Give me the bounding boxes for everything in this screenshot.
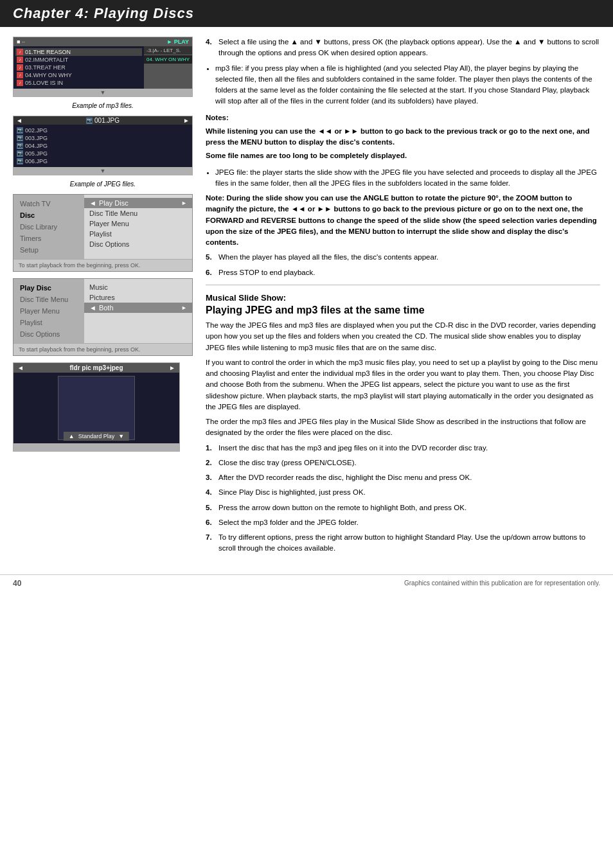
jpeg-file-item-1[interactable]: 📷 002.JPG [15,127,190,134]
jpeg-caption: Example of JPEG files. [13,181,193,188]
folder-scroll-up[interactable]: ▲ [69,433,75,439]
jpeg-filename-1: 002.JPG [25,127,48,134]
musical-step-4-num: 4. [206,487,215,498]
jpeg-header-file: 📷 001.JPG [86,117,120,124]
nav-item-watchtv[interactable]: Watch TV [13,198,84,209]
submenu2-music-label: Music [89,283,108,291]
submenu-playdisc-label: Play Disc [99,199,129,207]
musical-step-2-num: 2. [206,457,215,468]
step-6: 6. Press STOP to end playback. [206,267,600,278]
musical-para-2: If you want to control the order in whic… [206,357,600,412]
musical-step-3: 3. After the DVD recorder reads the disc… [206,472,600,483]
submenu2-pictures-label: Pictures [89,294,115,301]
mp3-filename-4: 04.WHY ON WHY [25,72,72,78]
musical-step-5-text: Press the arrow down button on the remot… [218,502,466,513]
jpeg-file-item-4[interactable]: 📷 005.JPG [15,150,190,157]
nav-item-disclibrary[interactable]: Disc Library [13,221,84,233]
nav-item-timers[interactable]: Timers [13,233,84,244]
music-file-icon-2: ♪ [17,57,23,63]
bullet-list-1: mp3 file: if you press play when a file … [215,63,600,107]
nav-menu-2-body: Play Disc Disc Title Menu Player Menu Pl… [13,279,192,343]
step-4-text: Select a file using the ▲ and ▼ buttons,… [218,37,600,59]
submenu2-both-label: Both [99,304,114,312]
submenu2-music[interactable]: Music [84,282,192,292]
jpeg-file-item-5[interactable]: 📷 006.JPG [15,157,190,165]
mp3-scroll-down[interactable]: ▼ [13,89,192,96]
folder-footer [13,443,179,451]
right-column: 4. Select a file using the ▲ and ▼ butto… [206,37,600,558]
jpeg-nav-right[interactable]: ► [183,117,190,124]
folder-scroll-down[interactable]: ▼ [118,433,124,439]
submenu-playdisc-arrow-right: ► [181,200,187,206]
mp3-file-list: ♪ 01.THE REASON ♪ 02.IMMORTALIT ♪ 03.TRE… [13,46,144,89]
folder-arrow-right[interactable]: ► [169,364,175,371]
jpeg-file-item-2[interactable]: 📷 003.JPG [15,134,190,142]
jpeg-filename-2: 003.JPG [25,135,48,141]
step-5: 5. When the player has played all the fi… [206,252,600,263]
jpeg-file-icon-3: 📷 [17,143,23,149]
mp3-play-button[interactable]: ► PLAY [166,39,189,45]
musical-step-1-text: Insert the disc that has the mp3 and jpe… [218,443,488,454]
musical-step-1-num: 1. [206,443,215,454]
folder-playoption: ▲ Standard Play ▼ [64,432,129,441]
bullet-1: mp3 file: if you press play when a file … [215,63,600,107]
jpeg-file-icon-5: 📷 [17,158,23,164]
music-file-icon-4: ♪ [17,72,23,78]
musical-step-2-text: Close the disc tray (press OPEN/CLOSE). [218,457,357,468]
page-number: 40 [13,579,21,588]
step-5-num: 5. [206,252,215,263]
nav2-item-playermenu[interactable]: Player Menu [13,305,84,317]
submenu2-both[interactable]: ◄ Both ► [84,303,192,313]
jpeg-nav-left[interactable]: ◄ [16,117,22,124]
submenu2-pictures[interactable]: Pictures [84,292,192,303]
jpeg-file-icon-4: 📷 [17,150,23,157]
jpeg-file-list: 📷 002.JPG 📷 003.JPG 📷 004.JPG 📷 005.JPG … [13,125,192,167]
musical-step-6-num: 6. [206,517,215,528]
musical-step-1: 1. Insert the disc that has the mp3 and … [206,443,600,454]
mp3-file-item-1[interactable]: ♪ 01.THE REASON [15,48,142,56]
submenu-discoptions-label: Disc Options [89,240,129,248]
mp3-filename-3: 03.TREAT HER [25,64,66,71]
folder-arrow-left[interactable]: ◄ [17,364,24,371]
note-3: Note: During the slide show you can use … [206,193,600,248]
footer-copyright: Graphics contained within this publicati… [404,580,600,587]
step-4-num: 4. [206,37,215,59]
jpeg-header: ◄ 📷 001.JPG ► [13,116,192,125]
submenu-disctitlemenu-label: Disc Title Menu [89,209,138,217]
submenu-playermenu[interactable]: Player Menu [84,218,192,229]
nav2-item-playlist[interactable]: Playlist [13,317,84,328]
musical-step-7-text: To try different options, press the righ… [218,532,600,554]
submenu-disctitlemenu[interactable]: Disc Title Menu [84,208,192,218]
mp3-file-item-3[interactable]: ♪ 03.TREAT HER [15,64,142,71]
nav-menu-1-footer: To start playback from the beginning, pr… [13,259,192,271]
page-footer: 40 Graphics contained within this public… [0,574,613,592]
jpeg-scroll-down[interactable]: ▼ [13,167,192,175]
step-6-num: 6. [206,267,215,278]
folder-play-option-label[interactable]: Standard Play [78,433,115,439]
jpeg-filename-4: 005.JPG [25,150,48,157]
jpeg-file-item-3[interactable]: 📷 004.JPG [15,142,190,150]
musical-para-1: The way the JPEG files and mp3 files are… [206,320,600,353]
step-4: 4. Select a file using the ▲ and ▼ butto… [206,37,600,59]
mp3-file-item-4[interactable]: ♪ 04.WHY ON WHY [15,71,142,79]
musical-step-3-num: 3. [206,472,215,483]
mp3-file-item-5[interactable]: ♪ 05.LOVE IS IN [15,79,142,87]
nav2-item-playdisc[interactable]: Play Disc [13,282,84,294]
submenu-playlist[interactable]: Playlist [84,229,192,239]
mp3-file-item-2[interactable]: ♪ 02.IMMORTALIT [15,56,142,64]
step-5-text: When the player has played all the files… [218,252,438,263]
submenu-playdisc[interactable]: ◄ Play Disc ► [84,198,192,208]
musical-step-4-text: Since Play Disc is highlighted, just pre… [218,487,366,498]
nav-menu-1-right: ◄ Play Disc ► Disc Title Menu Player Men… [84,195,192,259]
musical-step-4: 4. Since Play Disc is highlighted, just … [206,487,600,498]
nav2-item-discoptions[interactable]: Disc Options [13,328,84,340]
folder-display [58,376,135,440]
nav-menu-2-left: Play Disc Disc Title Menu Player Menu Pl… [13,279,84,343]
nav-item-disc[interactable]: Disc [13,209,84,221]
mp3-file-split: ♪ 01.THE REASON ♪ 02.IMMORTALIT ♪ 03.TRE… [13,46,192,89]
submenu-discoptions[interactable]: Disc Options [84,239,192,249]
musical-step-6: 6. Select the mp3 folder and the JPEG fo… [206,517,600,528]
jpeg-file-icon-2: 📷 [17,135,23,141]
nav-item-setup[interactable]: Setup [13,244,84,256]
nav2-item-disctitlemenu[interactable]: Disc Title Menu [13,294,84,305]
